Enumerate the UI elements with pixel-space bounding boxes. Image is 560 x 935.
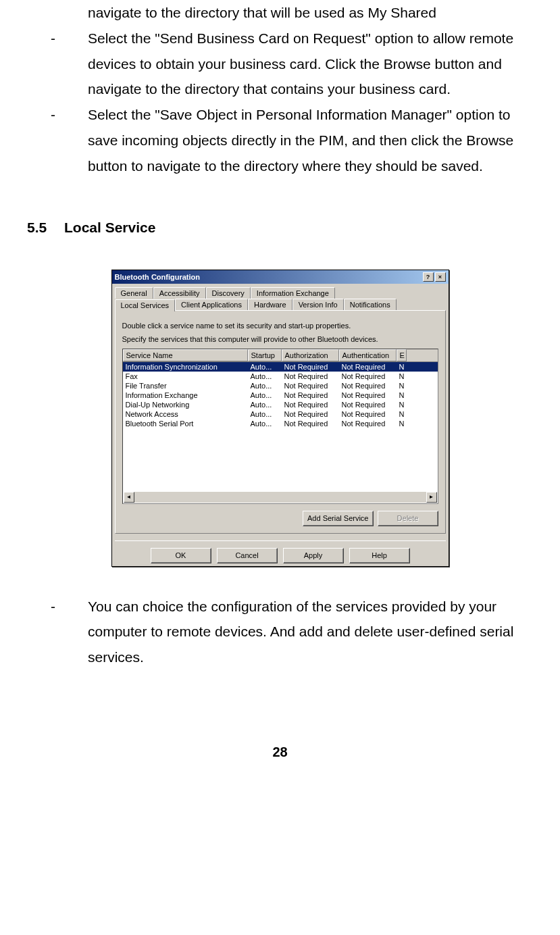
cell: N: [397, 400, 407, 409]
cell: N: [397, 362, 407, 372]
cell: N: [397, 372, 407, 381]
cell: Not Required: [339, 400, 397, 409]
cell: N: [397, 419, 407, 428]
cell: Not Required: [339, 409, 397, 419]
cell: Information Exchange: [123, 390, 248, 400]
add-serial-service-button[interactable]: Add Serial Service: [303, 511, 374, 526]
cell: Auto...: [248, 381, 282, 390]
col-startup[interactable]: Startup: [248, 349, 282, 361]
col-authentication[interactable]: Authentication: [339, 349, 397, 361]
tab-accessibility[interactable]: Accessibility: [153, 287, 206, 299]
cell: Not Required: [282, 362, 339, 372]
cell: Auto...: [248, 400, 282, 409]
bluetooth-config-dialog: Bluetooth Configuration ? × GeneralAcces…: [111, 270, 449, 567]
dialog-title: Bluetooth Configuration: [115, 273, 200, 281]
help-button[interactable]: Help: [349, 548, 410, 563]
help-icon[interactable]: ?: [423, 272, 434, 282]
bullet-item: -Select the "Send Business Card on Reque…: [51, 26, 533, 102]
cell: Not Required: [282, 409, 339, 419]
col-service-name[interactable]: Service Name: [123, 349, 248, 361]
bullet-dash: -: [51, 26, 88, 102]
cell: Bluetooth Serial Port: [123, 419, 248, 428]
tab-notifications[interactable]: Notifications: [344, 299, 397, 311]
panel-instruction-1: Double click a service name to set its s…: [122, 322, 438, 330]
bullet-dash: -: [51, 102, 88, 178]
table-row[interactable]: Dial-Up NetworkingAuto...Not RequiredNot…: [123, 400, 438, 409]
horizontal-scrollbar[interactable]: ◄ ►: [124, 492, 437, 503]
cell: Network Access: [123, 409, 248, 419]
ok-button[interactable]: OK: [151, 548, 211, 563]
table-row[interactable]: Network AccessAuto...Not RequiredNot Req…: [123, 409, 438, 419]
cell: Not Required: [339, 419, 397, 428]
cell: Not Required: [339, 381, 397, 390]
cell: Not Required: [282, 390, 339, 400]
table-row[interactable]: FaxAuto...Not RequiredNot RequiredN: [123, 372, 438, 381]
cell: Auto...: [248, 372, 282, 381]
scroll-right-icon[interactable]: ►: [426, 492, 437, 503]
section-number: 5.5: [27, 220, 64, 236]
table-row[interactable]: File TransferAuto...Not RequiredNot Requ…: [123, 381, 438, 390]
tab-information-exchange[interactable]: Information Exchange: [251, 287, 335, 299]
cell: Information Synchronization: [123, 362, 248, 372]
bullet-text: You can choice the configuration of the …: [88, 594, 533, 670]
cell: N: [397, 381, 407, 390]
col-authorization[interactable]: Authorization: [282, 349, 339, 361]
cell: Not Required: [339, 362, 397, 372]
panel-instruction-2: Specify the services that this computer …: [122, 335, 438, 343]
cancel-button[interactable]: Cancel: [217, 548, 278, 563]
tab-local-services[interactable]: Local Services: [115, 299, 176, 311]
table-row[interactable]: Bluetooth Serial PortAuto...Not Required…: [123, 419, 438, 428]
col-e[interactable]: E: [397, 349, 407, 361]
cell: Auto...: [248, 419, 282, 428]
listview-header: Service Name Startup Authorization Authe…: [123, 349, 438, 362]
bullet-text: Select the "Send Business Card on Reques…: [88, 26, 533, 102]
tab-discovery[interactable]: Discovery: [206, 287, 251, 299]
titlebar: Bluetooth Configuration ? ×: [112, 270, 449, 284]
cell: Not Required: [339, 372, 397, 381]
section-heading: 5.5 Local Service: [27, 220, 533, 236]
cell: Dial-Up Networking: [123, 400, 248, 409]
tab-hardware[interactable]: Hardware: [248, 299, 292, 311]
bullet-dash: -: [51, 594, 88, 670]
cell: File Transfer: [123, 381, 248, 390]
cell: Not Required: [282, 400, 339, 409]
tab-general[interactable]: General: [115, 287, 153, 299]
cell: Auto...: [248, 362, 282, 372]
close-icon[interactable]: ×: [435, 272, 446, 282]
section-title: Local Service: [64, 220, 155, 236]
table-row[interactable]: Information ExchangeAuto...Not RequiredN…: [123, 390, 438, 400]
cell: Not Required: [282, 372, 339, 381]
scroll-left-icon[interactable]: ◄: [124, 492, 134, 503]
bullet-text: Select the "Save Object in Personal Info…: [88, 102, 533, 178]
tab-version-info[interactable]: Version Info: [292, 299, 344, 311]
table-row[interactable]: Information SynchronizationAuto...Not Re…: [123, 362, 438, 372]
tab-panel: Double click a service name to set its s…: [115, 310, 446, 534]
cell: Fax: [123, 372, 248, 381]
cell: Not Required: [339, 390, 397, 400]
services-listview[interactable]: Service Name Startup Authorization Authe…: [122, 349, 438, 504]
cell: Auto...: [248, 409, 282, 419]
cell: Not Required: [282, 381, 339, 390]
cell: Not Required: [282, 419, 339, 428]
tab-client-applications[interactable]: Client Applications: [175, 299, 248, 311]
page-number: 28: [27, 744, 533, 760]
delete-button[interactable]: Delete: [378, 511, 438, 526]
continued-text: navigate to the directory that will be u…: [88, 0, 533, 26]
cell: N: [397, 409, 407, 419]
bullet-item: -Select the "Save Object in Personal Inf…: [51, 102, 533, 178]
bullet-item: - You can choice the configuration of th…: [51, 594, 533, 670]
apply-button[interactable]: Apply: [283, 548, 344, 563]
cell: N: [397, 390, 407, 400]
cell: Auto...: [248, 390, 282, 400]
